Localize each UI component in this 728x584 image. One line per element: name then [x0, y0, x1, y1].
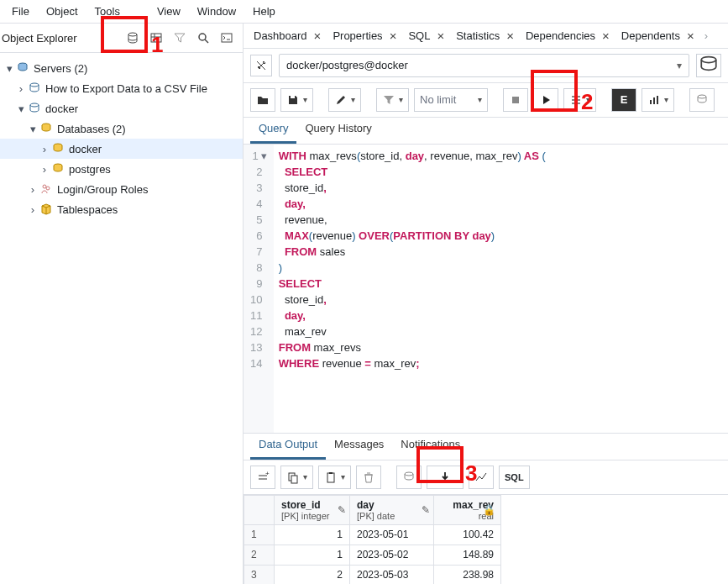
object-tree[interactable]: ▾ Servers (2) › How to Export Data to a …: [0, 53, 243, 224]
cell[interactable]: 1: [275, 545, 350, 565]
table-row[interactable]: 1 1 2023-05-01 100.42: [244, 524, 501, 545]
tab-notifications[interactable]: Notifications: [392, 433, 469, 460]
tree-roles[interactable]: › Login/Group Roles: [0, 179, 243, 199]
cell[interactable]: 1: [275, 524, 350, 545]
chevron-right-icon[interactable]: ›: [15, 82, 27, 95]
explain-analyze-button[interactable]: ▾: [642, 88, 674, 112]
chevron-down-icon[interactable]: ▾: [664, 95, 668, 104]
cell[interactable]: 2023-05-03: [350, 565, 434, 584]
menu-file[interactable]: File: [3, 2, 38, 21]
tree-servers[interactable]: ▾ Servers (2): [0, 58, 243, 78]
tree-item-howto[interactable]: › How to Export Data to a CSV File: [0, 78, 243, 98]
paste-button[interactable]: ▾: [318, 466, 351, 489]
tab-query[interactable]: Query: [250, 117, 296, 144]
chevron-down-icon[interactable]: ▾: [15, 103, 27, 115]
tab-dependents[interactable]: Dependents×: [616, 24, 701, 48]
table-row[interactable]: 3 2 2023-05-03 238.98: [244, 565, 501, 584]
cell[interactable]: 100.42: [434, 524, 501, 545]
chevron-down-icon[interactable]: ▾: [399, 95, 403, 104]
search-icon[interactable]: [192, 27, 214, 49]
tree-tablespaces[interactable]: › Tablespaces: [0, 199, 243, 219]
tree-roles-label: Login/Group Roles: [57, 183, 148, 196]
svg-line-5: [205, 39, 208, 43]
menu-window[interactable]: Window: [189, 2, 244, 21]
svg-point-0: [128, 33, 137, 36]
chevron-right-icon[interactable]: ›: [27, 183, 39, 196]
tab-dependencies[interactable]: Dependencies×: [521, 24, 616, 48]
cell[interactable]: 148.89: [434, 545, 501, 565]
tab-properties[interactable]: Properties×: [327, 24, 403, 48]
tab-sql[interactable]: SQL×: [403, 24, 451, 48]
filter-button[interactable]: ▾: [376, 88, 409, 112]
close-icon[interactable]: ×: [435, 29, 446, 43]
chevron-down-icon[interactable]: ▾: [3, 62, 15, 75]
tree-db-postgres[interactable]: › postgres: [0, 159, 243, 179]
commit-button[interactable]: [689, 88, 715, 112]
tree-databases-group[interactable]: ▾ Databases (2): [0, 118, 243, 139]
pencil-icon[interactable]: ✎: [422, 504, 430, 516]
delete-row-button[interactable]: [356, 466, 381, 489]
copy-button[interactable]: ▾: [280, 466, 313, 489]
chevron-down-icon[interactable]: ▾: [27, 123, 39, 135]
close-icon[interactable]: ×: [685, 29, 696, 43]
col-header-store-id[interactable]: store_id [PK] integer ✎: [275, 495, 350, 524]
grid-corner[interactable]: [244, 495, 275, 524]
menu-tools[interactable]: Tools: [86, 2, 128, 21]
filter-rows-icon[interactable]: [169, 27, 191, 49]
open-file-button[interactable]: [250, 88, 275, 112]
svg-rect-19: [657, 96, 658, 104]
table-row[interactable]: 2 1 2023-05-02 148.89: [244, 545, 501, 565]
tab-messages[interactable]: Messages: [326, 433, 392, 460]
cell[interactable]: 2023-05-01: [350, 524, 434, 545]
add-row-button[interactable]: +: [250, 466, 275, 489]
close-icon[interactable]: ×: [600, 29, 611, 43]
download-csv-button[interactable]: [427, 466, 464, 489]
pencil-icon[interactable]: ✎: [338, 504, 346, 516]
svg-rect-15: [291, 96, 295, 98]
stop-button[interactable]: [503, 88, 528, 112]
save-data-button[interactable]: [396, 466, 422, 489]
tab-query-history[interactable]: Query History: [296, 117, 380, 144]
svg-rect-23: [291, 476, 297, 483]
close-icon[interactable]: ×: [388, 29, 399, 43]
menu-object[interactable]: Object: [38, 2, 86, 21]
psql-tool-icon[interactable]: [216, 27, 238, 49]
tab-statistics[interactable]: Statistics×: [451, 24, 521, 48]
svg-point-20: [698, 95, 706, 98]
menu-help[interactable]: Help: [244, 2, 284, 21]
chevron-right-icon[interactable]: ›: [39, 163, 50, 176]
cell[interactable]: 2023-05-02: [350, 545, 434, 565]
col-header-day[interactable]: day [PK] date ✎: [350, 495, 434, 524]
sql-button[interactable]: SQL: [499, 466, 530, 489]
tree-db-docker[interactable]: › docker: [0, 139, 243, 159]
chevron-right-icon[interactable]: ›: [39, 143, 50, 155]
tab-dashboard[interactable]: Dashboard×: [249, 24, 327, 48]
database-icon: [50, 162, 65, 176]
execute-button[interactable]: [533, 88, 558, 112]
chevron-down-icon[interactable]: ▾: [303, 472, 307, 481]
new-connection-button[interactable]: [696, 54, 721, 77]
col-header-max-rev[interactable]: max_rev real 🔒: [434, 495, 501, 524]
query-tool-icon[interactable]: [122, 27, 144, 49]
cell[interactable]: 238.98: [434, 565, 501, 584]
close-icon[interactable]: ×: [312, 29, 323, 43]
connection-selector[interactable]: docker/postgres@docker ▾: [279, 54, 689, 77]
cell[interactable]: 2: [275, 565, 350, 584]
result-grid[interactable]: store_id [PK] integer ✎ day [PK] date ✎ …: [244, 495, 501, 584]
edit-button[interactable]: ▾: [328, 88, 361, 112]
limit-selector[interactable]: No limit▾: [414, 88, 488, 112]
chevron-right-icon[interactable]: ›: [27, 203, 39, 216]
chevron-down-icon[interactable]: ▾: [303, 95, 307, 104]
connection-status-icon[interactable]: [250, 55, 272, 76]
more-tabs-icon[interactable]: ›: [701, 29, 711, 42]
tab-data-output[interactable]: Data Output: [250, 433, 326, 460]
chevron-down-icon[interactable]: ▾: [341, 472, 345, 481]
sql-editor[interactable]: 1▾ 2 3 4 5 6 7 8 9 10 11 12 13 14 WITH m…: [244, 145, 728, 434]
menu-view[interactable]: View: [149, 2, 189, 21]
tree-item-docker[interactable]: ▾ docker: [0, 98, 243, 118]
save-button[interactable]: ▾: [280, 88, 313, 112]
chevron-down-icon[interactable]: ▾: [351, 95, 355, 104]
object-explorer-title: Object Explorer: [0, 32, 122, 45]
close-icon[interactable]: ×: [505, 29, 516, 43]
explain-button[interactable]: E: [611, 88, 636, 112]
